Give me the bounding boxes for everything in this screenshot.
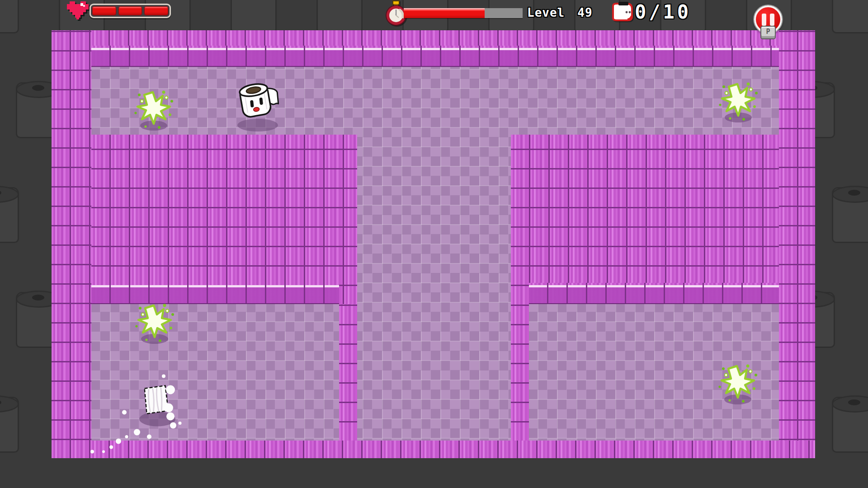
timer-bar [404, 8, 523, 18]
pause-icon [770, 14, 774, 26]
health-bar [90, 4, 171, 18]
health-segment [92, 6, 116, 15]
level-value: 49 [577, 6, 592, 19]
health-segment [144, 6, 168, 15]
pause-key-hint: P [760, 26, 776, 39]
health-segments [92, 6, 168, 15]
rolls-counter: 0/10 [635, 1, 691, 23]
level-label: Level [527, 6, 565, 19]
paper-splash [81, 366, 190, 459]
green-splat [715, 80, 762, 127]
heart-icon [67, 1, 90, 21]
pause-icon [762, 14, 766, 26]
green-splat [131, 301, 178, 348]
timer-fill [404, 8, 485, 18]
entity-layer [0, 0, 868, 488]
health-segment [118, 6, 142, 15]
green-splat [714, 361, 761, 408]
toilet-paper-player [228, 80, 284, 133]
game-stage: Level49 0/10 P [0, 0, 868, 488]
green-splat [130, 88, 177, 135]
toilet-paper-icon [609, 1, 635, 23]
level-indicator: Level49 [527, 6, 593, 19]
